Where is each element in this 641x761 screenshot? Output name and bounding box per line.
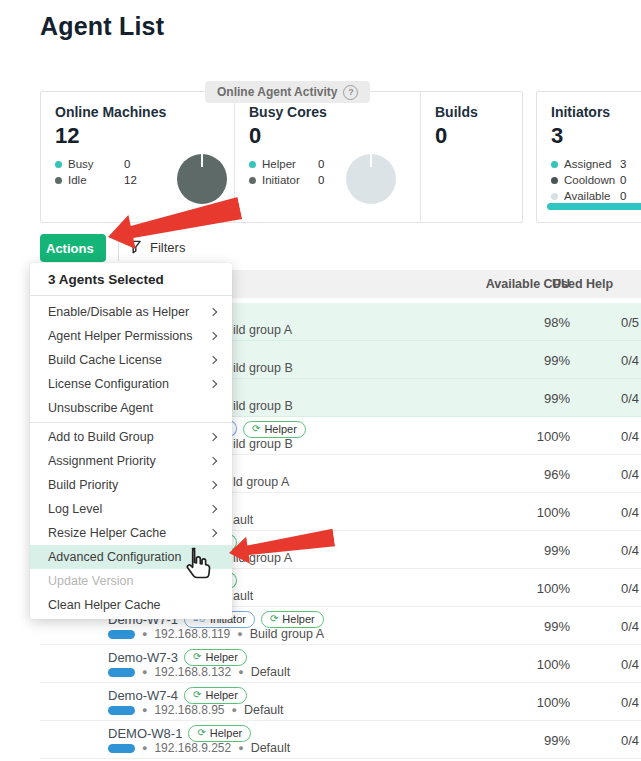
agent-progress-bar [108, 668, 135, 677]
available-cpu-value: 99% [544, 543, 570, 558]
submenu-chevron-icon [209, 356, 217, 364]
agent-row-line1: Demo-W7-4⟳Helper [108, 686, 247, 704]
activity-card-initiators: Initiators3Assigned3Cooldown0Available0 [537, 92, 641, 218]
menu-item-label: Enable/Disable as Helper [48, 305, 189, 319]
available-cpu-value: 100% [537, 657, 570, 672]
menu-item-resize-helper-cache[interactable]: Resize Helper Cache [30, 521, 232, 545]
agent-row[interactable]: Demo-W7-4⟳Helper●192.168.8.95●Default100… [40, 683, 641, 721]
menu-item-build-cache-license[interactable]: Build Cache License [30, 348, 232, 372]
menu-item-label: Log Level [48, 502, 102, 516]
agent-build-group-fragment: ault [233, 513, 253, 527]
agent-build-group-fragment: ild group A [233, 323, 292, 337]
used-helper-value: 0/4 [621, 505, 639, 520]
card-value: 3 [551, 123, 641, 149]
menu-item-add-to-build-group[interactable]: Add to Build Group [30, 425, 232, 449]
available-cpu-value: 96% [544, 467, 570, 482]
menu-divider [30, 422, 232, 423]
agent-build-group-fragment: ault [233, 589, 253, 603]
card-title: Builds [435, 104, 508, 120]
agent-list-page: Agent List Online Agent Activity Online … [0, 0, 641, 761]
used-helper-value: 0/4 [621, 543, 639, 558]
menu-item-label: Build Priority [48, 478, 118, 492]
menu-item-log-level[interactable]: Log Level [30, 497, 232, 521]
submenu-chevron-icon [209, 308, 217, 316]
menu-item-clean-helper-cache[interactable]: Clean Helper Cache [30, 593, 232, 617]
legend-dot-icon [249, 177, 256, 184]
menu-item-label: Advanced Configuration [48, 550, 181, 564]
menu-item-agent-helper-permissions[interactable]: Agent Helper Permissions [30, 324, 232, 348]
legend-label: Helper [262, 158, 312, 170]
helper-badge: ⟳Helper [243, 421, 306, 438]
help-icon[interactable] [343, 85, 358, 100]
agent-ip: 192.168.8.95 [154, 703, 224, 717]
legend-value: 0 [620, 174, 626, 186]
badge-label: Helper [205, 689, 237, 701]
legend-item-assigned: Assigned3 [551, 158, 641, 170]
helper-badge-icon: ⟳ [193, 690, 201, 700]
available-cpu-value: 100% [537, 581, 570, 596]
badge-label: Helper [205, 651, 237, 663]
legend-label: Busy [68, 158, 118, 170]
actions-button[interactable]: Actions [40, 234, 106, 262]
legend-label: Cooldown [564, 174, 614, 186]
menu-item-build-priority[interactable]: Build Priority [30, 473, 232, 497]
available-cpu-value: 100% [537, 429, 570, 444]
legend-dot-icon [55, 161, 62, 168]
legend-dot-icon [551, 177, 558, 184]
online-agent-activity-tab[interactable]: Online Agent Activity [205, 81, 370, 103]
menu-header: 3 Agents Selected [30, 263, 232, 296]
agent-row-line1: DEMO-W8-1⟳Helper [108, 724, 251, 742]
donut-chart [346, 154, 396, 204]
card-legend: Assigned3Cooldown0Available0 [551, 158, 641, 202]
agent-row[interactable]: DEMO-W8-1⟳Helper●192.168.9.252●Default99… [40, 721, 641, 759]
separator-dot: ● [142, 629, 147, 639]
card-title: Busy Cores [249, 104, 406, 120]
separator-dot: ● [232, 705, 237, 715]
agent-progress-bar [108, 630, 135, 639]
legend-dot-icon [55, 177, 62, 184]
separator-dot: ● [237, 629, 242, 639]
menu-item-label: License Configuration [48, 377, 169, 391]
menu-item-enable-disable-as-helper[interactable]: Enable/Disable as Helper [30, 300, 232, 324]
submenu-chevron-icon [209, 457, 217, 465]
helper-badge: ⟳Helper [261, 611, 324, 628]
initiators-panel: Initiators3Assigned3Cooldown0Available0 [536, 91, 641, 223]
donut-notch [201, 154, 203, 167]
available-cpu-value: 99% [544, 619, 570, 634]
helper-badge-icon: ⟳ [252, 424, 260, 434]
available-cpu-value: 100% [537, 505, 570, 520]
badge-label: Helper [282, 613, 314, 625]
legend-dot-icon [551, 161, 558, 168]
available-cpu-value: 98% [544, 315, 570, 330]
agent-row-details: ild group B [233, 437, 293, 451]
legend-value: 3 [620, 158, 626, 170]
available-cpu-value: 100% [537, 695, 570, 710]
helper-badge-icon: ⟳ [270, 614, 278, 624]
menu-item-label: Assignment Priority [48, 454, 156, 468]
legend-label: Assigned [564, 158, 614, 170]
menu-item-assignment-priority[interactable]: Assignment Priority [30, 449, 232, 473]
available-cpu-value: 99% [544, 733, 570, 748]
legend-value: 0 [620, 190, 626, 202]
separator-dot: ● [142, 743, 147, 753]
online-activity-panel: Online Agent Activity Online Machines12B… [40, 91, 523, 223]
menu-item-unsubscribe-agent[interactable]: Unsubscribe Agent [30, 396, 232, 420]
agent-row[interactable]: Demo-W7-3⟳Helper●192.168.8.132●Default10… [40, 645, 641, 683]
card-value: 0 [435, 123, 508, 149]
agent-row-details: ●192.168.8.95●Default [108, 703, 284, 717]
donut-notch [370, 154, 372, 167]
agent-row-details: ●192.168.8.119●Build group A [108, 627, 324, 641]
menu-item-license-configuration[interactable]: License Configuration [30, 372, 232, 396]
agent-row-details: ild group B [233, 399, 293, 413]
legend-label: Available [564, 190, 614, 202]
separator-dot: ● [238, 743, 243, 753]
helper-badge-icon: ⟳ [197, 728, 205, 738]
agent-build-group: Default [251, 741, 291, 755]
used-helper-value: 0/4 [621, 619, 639, 634]
agent-row-details: ault [233, 513, 253, 527]
column-header-used-helper[interactable]: Used Help [552, 277, 613, 291]
legend-item-available: Available0 [551, 190, 641, 202]
agent-row-details: ild group B [233, 361, 293, 375]
used-helper-value: 0/4 [621, 581, 639, 596]
menu-item-label: Update Version [48, 574, 133, 588]
